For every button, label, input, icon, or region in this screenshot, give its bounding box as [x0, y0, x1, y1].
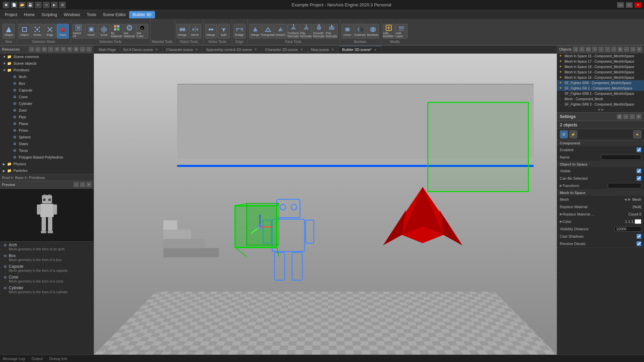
tb-flip-normals[interactable]: Flip Normals	[300, 24, 312, 39]
settings-tab-properties[interactable]: ⚙	[560, 130, 568, 138]
tab-close-character2d[interactable]: ✕	[299, 47, 304, 52]
obj-icon-9[interactable]: —	[624, 47, 629, 52]
obj-sf-fighter-sr8[interactable]: ✦ SF_Fighter-SR8 - Component_MeshInSpace	[557, 80, 644, 85]
tab-close-spaceship[interactable]: ✕	[253, 47, 258, 52]
tb-detach[interactable]: Detach	[275, 24, 287, 39]
list-item-capsule[interactable]: ⚙ Capsule Mesh geometry in the form of a…	[0, 263, 94, 274]
save-icon[interactable]: 💾	[27, 2, 34, 8]
tab-character2d[interactable]: Character 2D.scene ✕	[262, 46, 308, 53]
res-new[interactable]: +	[48, 47, 53, 52]
enabled-checkbox[interactable]	[637, 147, 641, 152]
tb-add-layer[interactable]: Add Layer	[395, 24, 408, 39]
tb-triangulate[interactable]: Triangulate	[262, 24, 274, 39]
settings-icon[interactable]: ⚙	[59, 2, 66, 8]
obj-icon-5[interactable]: ↑	[598, 47, 604, 52]
obj-sf-fighter-sr8-3[interactable]: – SF_Fighter-SR8 3 - Component_MeshInSpa…	[557, 102, 644, 107]
tree-item-stairs[interactable]: ⚙ Stairs	[0, 140, 94, 147]
obj-mesh-space-18[interactable]: ✦ Mesh In Space 18 - Component_MeshInSpa…	[557, 64, 644, 69]
tree-item-particles[interactable]: ▶ 📁 Particles	[0, 167, 94, 174]
obj-icon-10[interactable]: □	[630, 47, 636, 52]
obj-icon-3[interactable]: ⊡	[586, 47, 591, 52]
tab-close-new[interactable]: ✕	[330, 47, 335, 52]
menu-builder-3d[interactable]: Builder 3D	[129, 11, 155, 18]
obj-sf-fighter-sr8-2[interactable]: – SF_Fighter-SR8 2 - Component_MeshInSpa…	[557, 91, 644, 96]
color-expand[interactable]: ▶	[560, 220, 562, 223]
obj-icon-4[interactable]: +	[592, 47, 597, 52]
obj-icon-11[interactable]: ✕	[637, 47, 642, 52]
obj-icon-7[interactable]: →	[611, 47, 616, 52]
tree-item-box[interactable]: ⚙ Box	[0, 80, 94, 87]
can-be-selected-checkbox[interactable]	[637, 176, 641, 181]
replace-mat-expand[interactable]: ▶	[560, 212, 562, 216]
name-input[interactable]	[601, 155, 641, 160]
obj-mesh-space-15[interactable]: ✦ Mesh In Space 15 - Component_MeshInSpa…	[557, 53, 644, 59]
component-group-header[interactable]: Component	[557, 140, 644, 146]
prev-close[interactable]: ✕	[86, 182, 92, 187]
set-icon-3[interactable]: □	[630, 114, 635, 119]
res-refresh[interactable]: ↻	[67, 47, 72, 52]
res-rename[interactable]: ✏	[61, 47, 66, 52]
undo-icon[interactable]: ↩	[35, 2, 42, 8]
tab-spaceship[interactable]: Spaceship control 2D.scene ✕	[203, 46, 262, 53]
tb-flat-normals[interactable]: Flat Normals	[326, 24, 338, 39]
res-delete[interactable]: ✕	[54, 47, 60, 52]
tb-vertex-merge[interactable]: Merge	[205, 24, 217, 39]
tb-bridge[interactable]: Bridge	[233, 24, 246, 39]
tree-item-scene-objects[interactable]: ▼ 📁 Scene objects	[0, 60, 94, 67]
list-item-arch[interactable]: ⚙ Arch Mesh geometry in the form of an a…	[0, 242, 94, 252]
transform-input[interactable]	[608, 183, 641, 188]
list-item-cone[interactable]: ⚙ Cone Mesh geometry in the form of a co…	[0, 274, 94, 285]
prev-icon-1[interactable]: —	[73, 182, 79, 187]
tab-character[interactable]: Character.scene ✕	[163, 46, 203, 53]
tree-item-polygon-based[interactable]: ⚙ Polygon Based Polyhedron	[0, 154, 94, 161]
menu-home[interactable]: Home	[20, 11, 38, 18]
status-message-log[interactable]: Message Log	[3, 357, 25, 361]
tb-vertex[interactable]: Vertex	[31, 24, 43, 39]
bc-primitives[interactable]: Primitives	[29, 176, 45, 180]
open-icon[interactable]: 📂	[19, 2, 25, 8]
tb-select-all[interactable]: Select All	[72, 24, 85, 39]
scroll-right-icon[interactable]: ▶	[601, 108, 604, 111]
set-icon-4[interactable]: ✕	[636, 114, 641, 119]
obj-icon-8[interactable]: ⊞	[618, 47, 623, 52]
tb-vertex-split[interactable]: Split	[218, 24, 230, 39]
visibility-distance-input[interactable]	[614, 226, 641, 232]
list-item-cylinder[interactable]: ⚙ Cylinder Mesh geometry in the form of …	[0, 285, 94, 295]
tree-item-primitives[interactable]: ▼ 📁 Primitives	[0, 67, 94, 73]
res-pin[interactable]: □	[86, 47, 92, 52]
obj-sf-fighter-sr2[interactable]: ✦ SF_Fighter-SR 2 - Component_MeshInSpac…	[557, 85, 644, 91]
tb-intersect[interactable]: Boolean	[367, 24, 379, 39]
tree-item-prism[interactable]: ⚙ Prism	[0, 127, 94, 134]
tb-merge[interactable]: Merge	[176, 24, 189, 39]
obj-mesh-space-16[interactable]: ✦ Mesh In Space 16 - Component_MeshInSpa…	[557, 75, 644, 80]
tree-item-pipe[interactable]: ⚙ Pipe	[0, 114, 94, 120]
maximize-button[interactable]: □	[626, 2, 633, 8]
menu-tools[interactable]: Tools	[84, 11, 100, 18]
viewport-canvas[interactable]: F4 F5 F6 F7 F8 F9 H4 H5 H6 H7 H8 A1 A2 A…	[94, 54, 557, 355]
tree-item-cylinder[interactable]: ⚙ Cylinder	[0, 100, 94, 107]
menu-windows[interactable]: Windows	[60, 11, 84, 18]
tab-close-builder3d[interactable]: ✕	[373, 47, 378, 52]
tab-builder3d[interactable]: Builder 3D.scene* ✕	[339, 46, 381, 53]
tree-item-plane[interactable]: ⚙ Plane	[0, 120, 94, 127]
obj-mesh-component[interactable]: – Mesh - Component_Mesh	[557, 96, 644, 102]
tb-subtract[interactable]: Subtract	[354, 24, 366, 39]
tb-smooth-normals[interactable]: Smooth Normals	[313, 24, 325, 39]
status-output[interactable]: Output	[32, 357, 43, 361]
res-icon-1[interactable]: ◁	[29, 47, 34, 52]
res-icon-3[interactable]: ⊡	[42, 47, 47, 52]
cast-shadows-checkbox[interactable]	[637, 234, 641, 239]
new-icon[interactable]: 📄	[11, 2, 17, 8]
tb-conform-normals[interactable]: Conform Normals	[287, 24, 300, 39]
mesh-in-space-header[interactable]: Mesh In Space	[557, 190, 644, 196]
transform-expand-arrow[interactable]: ▶	[560, 184, 562, 187]
close-button[interactable]: ✕	[635, 2, 641, 8]
tb-mirror[interactable]: Mirror	[189, 24, 201, 39]
tb-face[interactable]: Face	[57, 24, 69, 39]
tree-item-capsule[interactable]: ⚙ Capsule	[0, 87, 94, 94]
tab-start-page[interactable]: Start Page	[95, 47, 120, 53]
play-icon[interactable]: ▶	[51, 2, 58, 8]
menu-scene-editor[interactable]: Scene Editor	[100, 11, 129, 18]
color-swatch[interactable]	[635, 219, 641, 224]
tb-by-material[interactable]: By Material	[111, 24, 123, 39]
